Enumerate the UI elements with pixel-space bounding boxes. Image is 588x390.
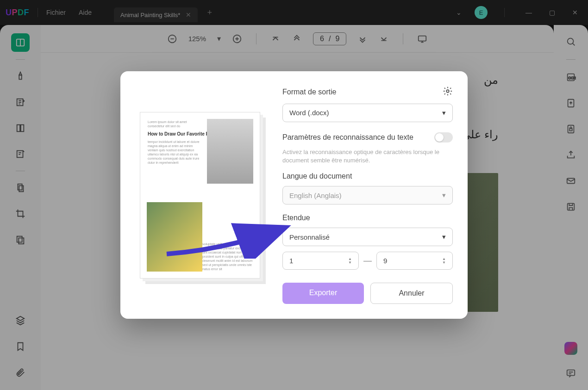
- ocr-hint: Activez la reconnaissance optique de car…: [282, 148, 453, 165]
- gear-icon[interactable]: [443, 86, 453, 98]
- svg-point-22: [446, 90, 449, 93]
- language-label: Langue du document: [282, 172, 453, 180]
- chevron-down-icon: ▾: [442, 233, 446, 241]
- range-select[interactable]: Personnalisé▾: [282, 228, 453, 246]
- range-label: Etendue: [282, 214, 453, 222]
- format-label: Format de sortie: [282, 88, 336, 96]
- export-dialog: Lorem ipsum dolor sit amet consectetur e…: [120, 71, 468, 319]
- preview-page: Lorem ipsum dolor sit amet consectetur e…: [140, 112, 260, 279]
- range-dash: —: [363, 256, 372, 266]
- preview-pane: Lorem ipsum dolor sit amet consectetur e…: [135, 86, 265, 304]
- ocr-label: Paramètres de reconnaissance du texte: [282, 133, 413, 142]
- range-to-input[interactable]: 9 ▲▼: [376, 252, 453, 270]
- export-button[interactable]: Exporter: [282, 283, 364, 304]
- chevron-down-icon: ▾: [442, 109, 446, 117]
- cancel-button[interactable]: Annuler: [370, 283, 453, 304]
- modal-overlay: Lorem ipsum dolor sit amet consectetur e…: [0, 0, 588, 390]
- ocr-toggle[interactable]: [434, 132, 453, 142]
- range-from-input[interactable]: 1 ▲▼: [282, 252, 359, 270]
- chevron-down-icon: ▾: [442, 191, 446, 199]
- format-select[interactable]: Word (.docx)▾: [282, 104, 453, 122]
- language-select[interactable]: English (Anglais)▾: [282, 186, 453, 204]
